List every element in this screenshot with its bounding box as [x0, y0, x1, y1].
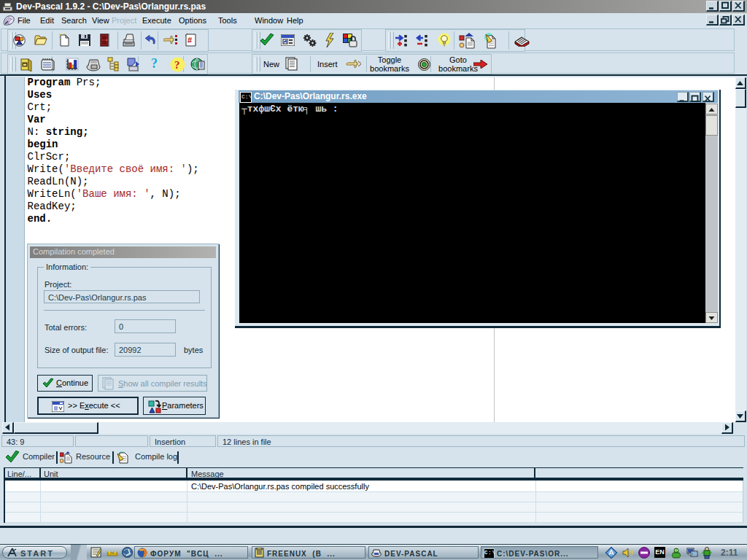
svg-text:?: ?	[174, 59, 180, 71]
svg-text:#: #	[187, 36, 192, 44]
